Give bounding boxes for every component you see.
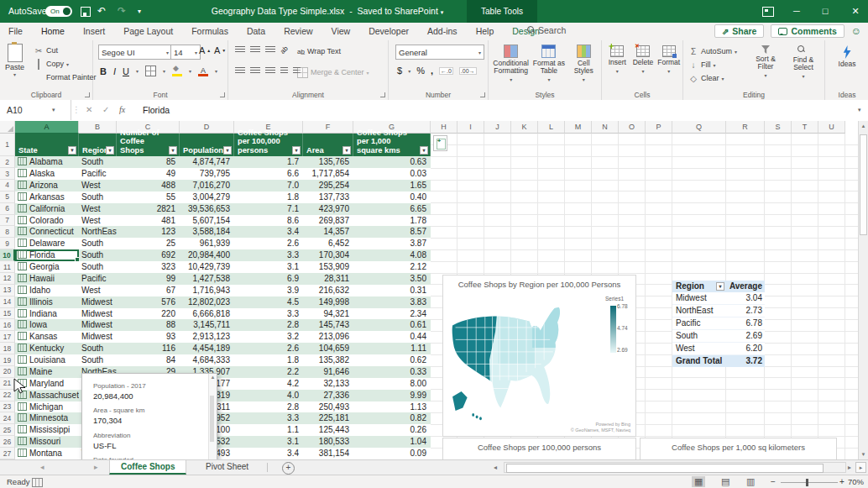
cell-E15[interactable]: 3.3 <box>234 308 303 320</box>
cell-F14[interactable]: 149,998 <box>303 296 353 308</box>
comma-style-icon[interactable]: , <box>431 66 433 76</box>
column-header-N[interactable]: N <box>592 121 619 134</box>
expand-formula-bar-icon[interactable]: ▾ <box>858 100 861 120</box>
zoom-level[interactable]: 70% <box>848 476 864 487</box>
formula-bar-value[interactable]: Florida <box>143 100 170 120</box>
cell-B9[interactable]: South <box>79 238 117 249</box>
hscroll-thumb[interactable] <box>506 464 824 473</box>
formula-bar-handle[interactable]: ⋮ <box>72 100 81 120</box>
table-row-maryland[interactable]: MarylandSouth2546,052,1774.232,1338.00 <box>15 378 431 390</box>
cell-F18[interactable]: 104,659 <box>303 343 353 354</box>
column-header-S[interactable]: S <box>765 121 792 134</box>
merge-center-button[interactable]: Merge & Center ▾ <box>297 66 369 79</box>
row-header-7[interactable]: 7 <box>0 215 15 227</box>
menu-tab-page-layout[interactable]: Page Layout <box>123 23 173 40</box>
menu-tab-home[interactable]: Home <box>41 23 65 42</box>
cell-F17[interactable]: 213,096 <box>303 331 353 343</box>
cell-F27[interactable]: 381,154 <box>303 448 353 459</box>
cell-G25[interactable]: 0.26 <box>353 424 431 436</box>
table-row-california[interactable]: CaliforniaWest282139,536,6537.1423,9706.… <box>15 203 431 215</box>
cell-B16[interactable]: Midwest <box>79 319 117 331</box>
cell-B17[interactable]: Midwest <box>79 331 117 343</box>
cell-state-idaho[interactable]: Idaho <box>15 285 79 296</box>
cell-B18[interactable]: South <box>79 343 117 354</box>
cell-state-michigan[interactable]: Michigan <box>15 401 79 413</box>
cell-state-iowa[interactable]: Iowa <box>15 319 79 331</box>
page-layout-view-icon[interactable]: ▤ <box>719 476 732 487</box>
cell-B6[interactable]: West <box>79 203 117 215</box>
maximize-button[interactable]: □ <box>814 0 836 23</box>
share-button[interactable]: ⇗Share <box>714 24 765 38</box>
cell-F26[interactable]: 180,533 <box>303 436 353 448</box>
font-color-icon[interactable]: A <box>198 66 208 76</box>
cell-G24[interactable]: 0.82 <box>353 412 431 424</box>
cell-state-colorado[interactable]: Colorado <box>15 215 79 227</box>
row-header-18[interactable]: 18 <box>0 343 15 354</box>
autosave-toggle[interactable]: On <box>45 6 72 17</box>
filter-button-population[interactable]: ▾ <box>223 146 232 155</box>
table-row-hawaii[interactable]: HawaiiPacific991,427,5386.928,3113.50 <box>15 273 431 285</box>
search-box[interactable]: Search <box>527 25 566 35</box>
cell-C12[interactable]: 99 <box>117 273 180 285</box>
cell-C6[interactable]: 2821 <box>117 203 180 215</box>
row-header-13[interactable]: 13 <box>0 285 15 296</box>
cell-G26[interactable]: 1.04 <box>353 436 431 448</box>
page-break-view-icon[interactable]: ▥ <box>744 476 757 487</box>
format-as-table-button[interactable]: Format as Table▾ <box>531 45 566 90</box>
cell-styles-button[interactable]: Cell Styles▾ <box>568 45 599 90</box>
cell-F3[interactable]: 1,717,854 <box>303 168 353 180</box>
cell-B14[interactable]: Midwest <box>79 296 117 308</box>
cell-F9[interactable]: 6,452 <box>303 238 353 249</box>
fill-button[interactable]: ↓Fill ▾ <box>688 58 737 71</box>
row-header-25[interactable]: 25 <box>0 424 15 436</box>
sort-filter-button[interactable]: Sort & Filter▾ <box>747 45 784 80</box>
cell-G7[interactable]: 1.78 <box>353 215 431 227</box>
cell-F12[interactable]: 28,311 <box>303 273 353 285</box>
row-header-3[interactable]: 3 <box>0 168 15 180</box>
context-tab-table-tools[interactable]: Table Tools <box>467 0 537 23</box>
align-right-icon[interactable] <box>265 67 275 75</box>
cell-E11[interactable]: 3.1 <box>234 261 303 273</box>
table-row-kentucky[interactable]: KentuckySouth1164,454,1892.6104,6591.11 <box>15 343 431 354</box>
table-header-area[interactable]: Area▾ <box>303 134 353 156</box>
table-row-colorado[interactable]: ColoradoWest4815,607,1548.6269,8371.78 <box>15 215 431 227</box>
close-button[interactable]: ✕ <box>844 0 866 23</box>
cell-E20[interactable]: 2.2 <box>234 366 303 378</box>
menu-tab-formulas[interactable]: Formulas <box>191 23 228 40</box>
cell-G3[interactable]: 0.03 <box>353 168 431 180</box>
chart-region-map[interactable]: Coffee Shops by Region per 100,000 Perso… <box>442 275 636 437</box>
menu-tab-developer[interactable]: Developer <box>369 23 409 40</box>
cell-G23[interactable]: 1.13 <box>353 401 431 413</box>
cell-D11[interactable]: 10,429,739 <box>180 261 234 273</box>
cell-F25[interactable]: 125,443 <box>303 424 353 436</box>
fill-handle[interactable] <box>75 257 79 261</box>
card-scroll-thumb[interactable] <box>210 396 214 442</box>
percent-style-icon[interactable]: % <box>416 66 425 76</box>
table-row-florida[interactable]: FloridaSouth69220,984,4003.3170,3044.08 <box>15 249 431 261</box>
cell-C11[interactable]: 323 <box>117 261 180 273</box>
cell-G13[interactable]: 0.31 <box>353 285 431 296</box>
cell-state-arkansas[interactable]: Arkansas <box>15 192 79 203</box>
table-header-region[interactable]: Region▾ <box>79 134 117 156</box>
row-header-6[interactable]: 6 <box>0 203 15 215</box>
table-row-connecticut[interactable]: ConnecticutNorthEast1233,588,1843.414,35… <box>15 226 431 238</box>
cell-state-minnesota[interactable]: Minnesota <box>15 412 79 424</box>
normal-view-icon[interactable]: ▦ <box>692 476 705 487</box>
cell-B15[interactable]: Midwest <box>79 308 117 320</box>
cell-G8[interactable]: 8.57 <box>353 226 431 238</box>
scroll-down-icon[interactable]: ▼ <box>859 452 868 457</box>
cell-E16[interactable]: 2.8 <box>234 319 303 331</box>
font-name-select[interactable]: Segoe UI▾ <box>98 45 172 60</box>
cell-G5[interactable]: 0.40 <box>353 192 431 203</box>
filter-button-per-100k[interactable]: ▾ <box>292 146 301 155</box>
row-header-12[interactable]: 12 <box>0 273 15 285</box>
cell-state-georgia[interactable]: Georgia <box>15 261 79 273</box>
cell-E2[interactable]: 1.7 <box>234 156 303 168</box>
sheet-tab-pivot-sheet[interactable]: Pivot Sheet <box>195 460 259 475</box>
hscroll-right-icon[interactable]: ▸ <box>848 460 851 475</box>
align-bottom-icon[interactable] <box>265 46 275 54</box>
column-header-H[interactable]: H <box>431 121 458 134</box>
clipboard-dialog-launcher[interactable] <box>85 92 90 97</box>
cell-D17[interactable]: 2,913,123 <box>180 331 234 343</box>
table-row-arizona[interactable]: ArizonaWest4887,016,2707.0295,2541.65 <box>15 180 431 192</box>
